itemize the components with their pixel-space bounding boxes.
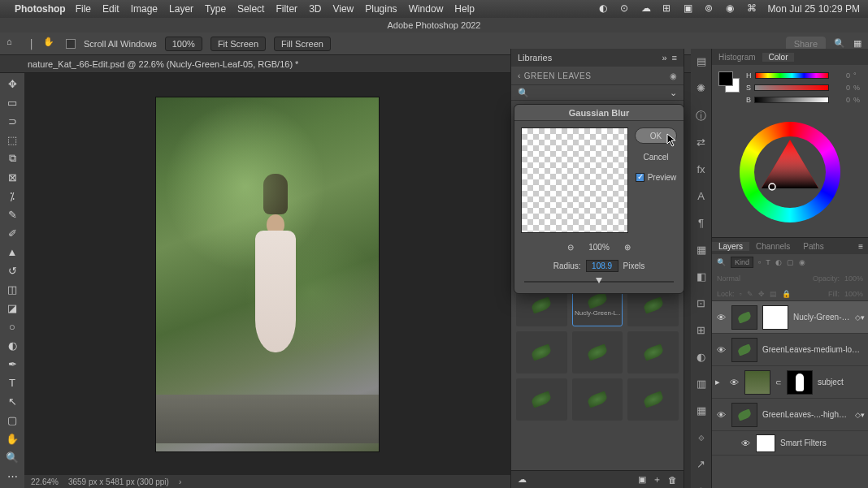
dock-icon[interactable]: ◧ xyxy=(695,270,708,283)
tab-color[interactable]: Color xyxy=(762,53,795,62)
dodge-tool-icon[interactable]: ◐ xyxy=(4,338,20,352)
layer-row[interactable]: 👁 GreenLeaves-medium-lowDens-9 xyxy=(712,334,868,366)
blend-mode[interactable]: Normal xyxy=(717,274,740,283)
marquee-tool-icon[interactable]: ▭ xyxy=(4,95,20,110)
document-canvas[interactable] xyxy=(24,73,510,475)
menu-help[interactable]: Help xyxy=(454,3,475,15)
hand-tool-icon[interactable]: ✋ xyxy=(43,37,58,51)
filter-icon[interactable]: ◉ xyxy=(799,258,805,266)
history-brush-icon[interactable]: ↺ xyxy=(4,263,20,278)
zoom-field[interactable]: 100% xyxy=(165,37,202,51)
filter-icon[interactable]: ▢ xyxy=(787,258,794,266)
hue-slider[interactable] xyxy=(755,72,830,79)
filter-icon[interactable]: T xyxy=(766,258,770,266)
dropdown-icon[interactable]: ⌄ xyxy=(670,88,677,98)
layer-thumbnail[interactable] xyxy=(731,338,757,362)
menu-file[interactable]: File xyxy=(76,3,91,15)
wand-tool-icon[interactable]: ⬚ xyxy=(4,132,20,147)
visibility-icon[interactable]: 👁 xyxy=(740,438,751,448)
user-icon[interactable]: ◉ xyxy=(670,71,678,80)
edit-toolbar-icon[interactable]: ⋯ xyxy=(4,469,20,483)
menubar-status-icon[interactable]: ⊞ xyxy=(662,2,675,15)
menubar-status-icon[interactable]: ⊙ xyxy=(620,2,633,15)
layer-thumbnail[interactable] xyxy=(731,403,757,427)
smart-filters-row[interactable]: 👁 Smart Filters xyxy=(712,431,868,456)
panel-menu-icon[interactable]: ≡ xyxy=(858,242,868,251)
app-name[interactable]: Photoshop xyxy=(15,3,66,15)
eraser-tool-icon[interactable]: ◫ xyxy=(4,282,20,296)
menubar-clock[interactable]: Mon Jul 25 10:29 PM xyxy=(768,3,860,15)
lock-icon[interactable]: ✥ xyxy=(758,290,765,298)
sat-value[interactable]: 0 xyxy=(832,84,850,92)
search-icon[interactable]: 🔍 xyxy=(834,38,845,49)
type-tool-icon[interactable]: T xyxy=(4,375,20,390)
cloud-sync-icon[interactable]: ☁ xyxy=(518,474,527,485)
status-dimensions[interactable]: 3659 px x 5481 px (300 ppi) xyxy=(68,477,169,486)
dock-icon[interactable]: ▦ xyxy=(695,404,708,417)
lock-icon[interactable]: ✎ xyxy=(747,290,753,298)
dock-icon[interactable]: ⊞ xyxy=(695,324,708,336)
dock-icon[interactable]: ✺ xyxy=(695,82,708,94)
color-wheel[interactable] xyxy=(712,110,868,237)
zoom-in-icon[interactable]: ⊕ xyxy=(624,243,631,252)
menubar-status-icon[interactable]: ▣ xyxy=(684,2,697,15)
library-item[interactable] xyxy=(572,378,623,421)
layer-row[interactable]: 👁 GreenLeaves-...-highDens-2 ◇▾ xyxy=(712,399,868,431)
expand-icon[interactable]: ▸ xyxy=(715,377,723,387)
library-breadcrumb[interactable]: GREEN LEAVES xyxy=(524,71,592,80)
sat-slider[interactable] xyxy=(754,84,829,91)
dock-icon[interactable]: fx xyxy=(695,163,708,175)
gradient-tool-icon[interactable]: ◪ xyxy=(4,300,20,315)
stamp-tool-icon[interactable]: ▲ xyxy=(4,244,20,259)
dock-icon[interactable]: ⊡ xyxy=(695,297,708,309)
home-icon[interactable]: ⌂ xyxy=(7,37,21,51)
fill-screen-button[interactable]: Fill Screen xyxy=(274,37,331,51)
menubar-status-icon[interactable]: ◉ xyxy=(726,2,739,15)
cancel-button[interactable]: Cancel xyxy=(635,149,677,165)
menubar-wifi-icon[interactable]: ⊚ xyxy=(705,2,718,15)
hue-value[interactable]: 0 xyxy=(832,71,850,80)
kind-filter[interactable]: Kind xyxy=(731,257,753,268)
menubar-status-icon[interactable]: ☁ xyxy=(641,2,654,15)
collapse-icon[interactable]: » xyxy=(662,53,666,63)
search-icon[interactable]: 🔍 xyxy=(518,88,529,98)
library-item[interactable] xyxy=(627,378,679,421)
brush-tool-icon[interactable]: ✐ xyxy=(4,226,20,240)
filter-icon[interactable]: ▫ xyxy=(758,258,761,266)
smart-filter-thumbnail[interactable] xyxy=(756,434,775,452)
tab-layers[interactable]: Layers xyxy=(712,242,749,251)
opacity-value[interactable]: 100% xyxy=(844,274,863,283)
library-item[interactable] xyxy=(516,331,567,374)
link-icon[interactable]: ⊂ xyxy=(775,378,782,387)
menu-view[interactable]: View xyxy=(332,3,354,15)
filter-icon[interactable]: ◐ xyxy=(775,258,782,266)
bri-value[interactable]: 0 xyxy=(832,96,850,104)
layer-mask-thumbnail[interactable] xyxy=(787,370,813,395)
dock-icon[interactable]: ¶ xyxy=(695,217,708,229)
status-arrow-icon[interactable]: › xyxy=(179,477,181,486)
visibility-icon[interactable]: 👁 xyxy=(715,345,727,355)
menu-window[interactable]: Window xyxy=(409,3,444,15)
crop-tool-icon[interactable]: ⧉ xyxy=(4,151,20,166)
dock-icon[interactable]: A xyxy=(695,190,708,202)
dock-icon[interactable]: ↗ xyxy=(695,458,708,470)
layer-thumbnail[interactable] xyxy=(731,305,757,330)
layer-name[interactable]: GreenLeaves-medium-lowDens-9 xyxy=(762,345,865,354)
scroll-all-checkbox[interactable] xyxy=(66,39,76,49)
workspace-icon[interactable]: ▦ xyxy=(853,38,861,49)
radius-slider[interactable] xyxy=(524,277,674,287)
visibility-icon[interactable]: 👁 xyxy=(728,378,740,387)
menu-type[interactable]: Type xyxy=(205,3,226,15)
back-icon[interactable]: ‹ xyxy=(518,71,521,80)
bri-slider[interactable] xyxy=(754,97,829,103)
shape-tool-icon[interactable]: ▢ xyxy=(4,412,20,427)
menu-image[interactable]: Image xyxy=(131,3,158,15)
fill-value[interactable]: 100% xyxy=(844,290,863,298)
menu-3d[interactable]: 3D xyxy=(309,3,321,15)
tab-paths[interactable]: Paths xyxy=(796,242,831,251)
path-tool-icon[interactable]: ↖ xyxy=(4,394,20,408)
dialog-preview[interactable] xyxy=(521,127,628,233)
lock-icon[interactable]: ▫ xyxy=(740,290,742,298)
visibility-icon[interactable]: 👁 xyxy=(715,313,727,322)
dock-icon[interactable]: ⊕ xyxy=(695,485,708,488)
